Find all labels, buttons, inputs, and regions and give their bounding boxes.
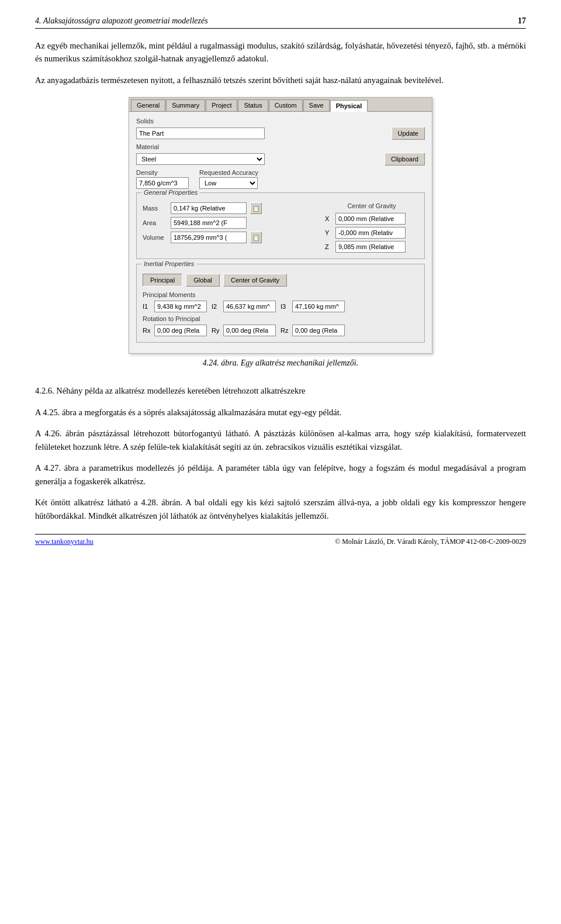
inertial-properties-group: Inertial Properties Principal Global Cen… [136, 264, 425, 343]
rotation-row: Rx Ry Rz [143, 325, 418, 336]
density-label: Density [136, 169, 189, 176]
i1-group: I1 [143, 301, 207, 312]
z-label: Z [325, 243, 333, 250]
update-button[interactable]: Update [392, 127, 425, 140]
accuracy-select[interactable]: Low [199, 177, 258, 189]
rz-group: Rz [280, 325, 345, 336]
footer: www.tankonyvtar.hu © Molnár László, Dr. … [35, 534, 526, 546]
ry-group: Ry [212, 325, 276, 336]
tab-save[interactable]: Save [303, 99, 330, 111]
cog-z-input[interactable] [335, 241, 406, 253]
cog-title: Center of Gravity [325, 202, 418, 209]
global-button[interactable]: Global [186, 274, 220, 287]
accuracy-label: Requested Accuracy [199, 169, 258, 176]
paragraph-3: A 4.25. ábra a megforgatás és a söprés a… [35, 406, 526, 419]
area-row: Area [143, 217, 316, 229]
section-number: 4.2.6. [35, 386, 54, 395]
cog-button[interactable]: Center of Gravity [223, 274, 287, 287]
i1-input[interactable] [154, 301, 207, 312]
paragraph-5: A 4.27. ábra a parametrikus modellezés j… [35, 461, 526, 488]
footer-link[interactable]: www.tankonyvtar.hu [35, 537, 94, 546]
section-heading: 4.2.6. Néhány példa az alkatrész modelle… [35, 384, 526, 397]
solids-input[interactable] [136, 127, 265, 139]
moments-row: I1 I2 I3 [143, 301, 418, 312]
ry-label: Ry [212, 327, 221, 334]
i3-input[interactable] [292, 301, 345, 312]
density-accuracy-row: Density Requested Accuracy Low [136, 169, 425, 189]
ry-input[interactable] [223, 325, 276, 336]
y-label: Y [325, 229, 333, 236]
chapter-title: 4. Alaksajátosságra alapozott geometriai… [35, 16, 208, 26]
figure-caption: 4.24. ábra. Egy alkatrész mechanikai jel… [203, 358, 358, 368]
i2-group: I2 [212, 301, 276, 312]
i1-label: I1 [143, 303, 152, 310]
rx-input[interactable] [154, 325, 207, 336]
rotation-label: Rotation to Principal [143, 315, 418, 322]
page-number: 17 [518, 16, 526, 26]
paragraph-4: A 4.26. ábrán pásztázással létrehozott b… [35, 427, 526, 453]
material-select[interactable]: Steel [136, 153, 265, 165]
volume-label: Volume [143, 234, 167, 241]
rz-label: Rz [280, 327, 290, 334]
cog-section: Center of Gravity X Y Z [325, 202, 418, 253]
section-title: Néhány példa az alkatrész modellezés ker… [56, 386, 305, 395]
area-label: Area [143, 219, 167, 226]
rx-group: Rx [143, 325, 207, 336]
general-properties-title: General Properties [141, 189, 200, 196]
accuracy-group: Requested Accuracy Low [199, 169, 258, 189]
left-properties: Mass 📋 Area Volume 📋 [143, 202, 316, 253]
tab-custom[interactable]: Custom [269, 99, 303, 111]
cog-z-row: Z [325, 241, 418, 253]
x-label: X [325, 215, 333, 222]
rx-label: Rx [143, 327, 152, 334]
volume-icon-btn[interactable]: 📋 [250, 232, 262, 243]
principal-button[interactable]: Principal [143, 274, 182, 287]
principal-moments-label: Principal Moments [143, 291, 418, 298]
inertial-properties-title: Inertial Properties [141, 260, 196, 267]
dialog-box: General Summary Project Status Custom Sa… [129, 97, 432, 354]
area-input[interactable] [171, 217, 247, 229]
i2-input[interactable] [223, 301, 276, 312]
mass-input[interactable] [171, 202, 247, 214]
solids-row: Update [136, 127, 425, 140]
density-input[interactable] [136, 177, 189, 189]
tab-bar: General Summary Project Status Custom Sa… [129, 98, 432, 112]
tab-status[interactable]: Status [238, 99, 268, 111]
general-properties-group: General Properties Mass 📋 Area [136, 192, 425, 259]
rz-input[interactable] [292, 325, 345, 336]
dialog-content: Solids Update Material Steel Clipboard [129, 112, 432, 353]
material-row: Steel Clipboard [136, 153, 425, 166]
inertial-btn-row: Principal Global Center of Gravity [143, 274, 418, 287]
mass-label: Mass [143, 205, 167, 212]
tab-physical[interactable]: Physical [330, 100, 368, 112]
cog-y-row: Y [325, 227, 418, 239]
tab-summary[interactable]: Summary [166, 99, 205, 111]
volume-input[interactable] [171, 232, 247, 243]
mass-icon-btn[interactable]: 📋 [250, 202, 262, 214]
paragraph-1: Az egyéb mechanikai jellemzők, mint péld… [35, 39, 526, 65]
cog-x-input[interactable] [335, 213, 406, 225]
clipboard-button[interactable]: Clipboard [385, 153, 425, 166]
solids-label: Solids [136, 118, 425, 125]
paragraph-2: Az anyagadatbázis természetesen nyitott,… [35, 74, 526, 87]
cog-y-input[interactable] [335, 227, 406, 239]
mass-row: Mass 📋 [143, 202, 316, 214]
tab-project[interactable]: Project [206, 99, 237, 111]
general-props-inner: Mass 📋 Area Volume 📋 [143, 198, 418, 253]
i3-group: I3 [280, 301, 345, 312]
figure-container: General Summary Project Status Custom Sa… [35, 97, 526, 378]
i2-label: I2 [212, 303, 221, 310]
i3-label: I3 [280, 303, 290, 310]
density-group: Density [136, 169, 189, 189]
paragraph-6: Két öntött alkatrész látható a 4.28. ábr… [35, 496, 526, 522]
footer-copyright: © Molnár László, Dr. Váradi Károly, TÁMO… [335, 537, 526, 546]
page-header: 4. Alaksajátosságra alapozott geometriai… [35, 16, 526, 29]
cog-x-row: X [325, 213, 418, 225]
volume-row: Volume 📋 [143, 232, 316, 243]
material-label: Material [136, 143, 425, 150]
tab-general[interactable]: General [131, 99, 165, 111]
